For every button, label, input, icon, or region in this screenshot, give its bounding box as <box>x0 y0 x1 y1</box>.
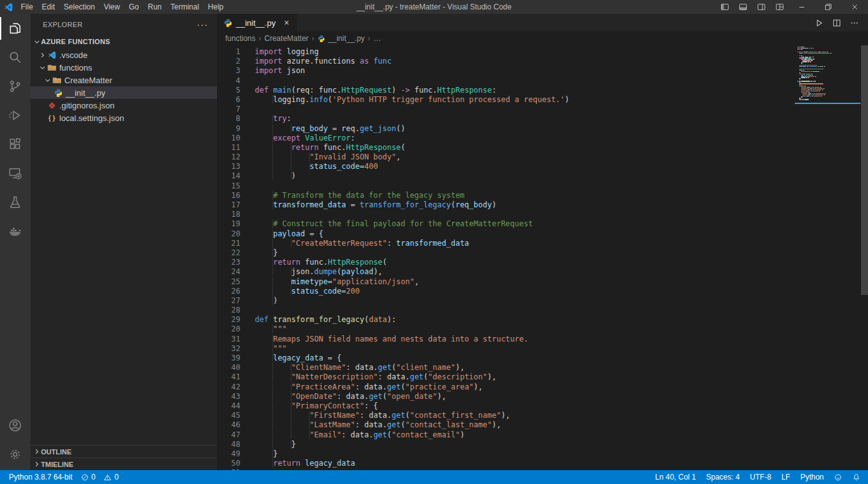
code-line[interactable]: 10 except ValueError: <box>217 134 868 143</box>
code-line[interactable]: 4 <box>217 76 868 86</box>
status-python-version[interactable]: Python 3.8.7 64-bit <box>9 473 73 481</box>
code-line[interactable]: 20 """ <box>217 325 868 334</box>
vertical-scrollbar[interactable] <box>861 45 868 295</box>
code-line[interactable]: 47 "Email": data.get("contact_email") <box>217 430 868 440</box>
code-line[interactable]: 6 logging.info('Python HTTP trigger func… <box>217 95 868 105</box>
breadcrumb-item[interactable]: CreateMatter <box>264 34 308 43</box>
code-line[interactable]: 15 <box>217 182 868 191</box>
code-editor[interactable]: 1import logging2import azure.functions a… <box>217 45 868 470</box>
breadcrumb-item[interactable]: functions <box>225 34 255 43</box>
code-line[interactable]: 20 payload = { <box>217 229 868 239</box>
activity-explorer[interactable] <box>0 14 30 43</box>
code-line[interactable]: 39 legacy_data = { <box>217 354 868 363</box>
section-tmieline[interactable]: TMIELINE <box>30 458 217 470</box>
status-notifications[interactable] <box>852 473 860 481</box>
code-line[interactable]: 40 "ClientName": data.get("client_name")… <box>217 363 868 372</box>
minimap[interactable] <box>797 47 859 104</box>
explorer-actions-button[interactable]: ··· <box>197 19 208 30</box>
code-line[interactable]: 1import logging <box>217 47 868 57</box>
menu-help[interactable]: Help <box>204 0 228 14</box>
tree-item-init-py[interactable]: __init__.py <box>30 86 217 99</box>
split-editor-button[interactable] <box>829 15 844 30</box>
status-eol[interactable]: LF <box>782 473 790 481</box>
breadcrumb-item[interactable]: … <box>373 34 381 43</box>
code-line[interactable]: 29def transform_for_legacy(data): <box>217 315 868 325</box>
code-line[interactable]: 9 req_body = req.get_json() <box>217 124 868 134</box>
vscode-logo-icon[interactable] <box>0 0 16 14</box>
run-button[interactable] <box>811 15 826 30</box>
status-feedback[interactable] <box>834 473 842 481</box>
activity-account[interactable] <box>0 411 30 440</box>
code-line[interactable]: 25 mimetype="application/json", <box>217 277 868 287</box>
code-line[interactable]: 16 # Transform the data for the legacy s… <box>217 191 868 200</box>
code-line[interactable]: 8 try: <box>217 114 868 124</box>
code-line[interactable]: 44 "PrimaryContact": { <box>217 401 868 411</box>
activity-search[interactable] <box>0 43 30 72</box>
layout-custom-icon[interactable] <box>770 0 789 14</box>
code-line[interactable]: 3import json <box>217 66 868 76</box>
layout-sidebar-right-icon[interactable] <box>752 0 770 14</box>
code-line[interactable]: 32 """ <box>217 344 868 354</box>
code-line[interactable]: 18 <box>217 210 868 219</box>
code-line[interactable]: 7 <box>217 105 868 114</box>
code-line[interactable]: 14 ) <box>217 171 868 181</box>
menu-go[interactable]: Go <box>124 0 143 14</box>
code-line[interactable]: 13 status_code=400 <box>217 162 868 171</box>
status-encoding[interactable]: UTF-8 <box>750 473 771 481</box>
more-actions-button[interactable] <box>847 15 862 30</box>
menu-terminal[interactable]: Terminal <box>166 0 203 14</box>
code-line[interactable]: 19 # Construct the final payload for the… <box>217 219 868 229</box>
tab-init-py[interactable]: __init__.py × <box>217 14 297 32</box>
breadcrumb-item[interactable]: __init__.py <box>317 34 365 43</box>
section-azure-functions[interactable]: AZURE FUNCTIONS <box>30 35 217 49</box>
code-line[interactable]: 21 "CreateMatterRequest": transformed_da… <box>217 239 868 248</box>
code-line[interactable]: 23 return func.HttpResponse( <box>217 258 868 267</box>
section-outline[interactable]: OUTLINE <box>30 445 217 458</box>
code-line[interactable]: 51 <box>217 468 868 470</box>
activity-settings[interactable] <box>0 440 30 469</box>
tree-item-functions-folder[interactable]: functions <box>30 61 217 74</box>
code-line[interactable]: 31 Remaps JSON field names and nests dat… <box>217 335 868 344</box>
code-line[interactable]: 45 "FirstName": data.get("contact_first_… <box>217 411 868 420</box>
code-line[interactable]: 11 return func.HttpResponse( <box>217 143 868 153</box>
code-line[interactable]: 28 <box>217 306 868 315</box>
activity-docker[interactable] <box>0 217 30 246</box>
status-problems-errors[interactable]: 0 <box>81 473 96 481</box>
menu-edit[interactable]: Edit <box>37 0 59 14</box>
code-line[interactable]: 43 "OpenDate": data.get("open_date"), <box>217 392 868 401</box>
layout-sidebar-left-icon[interactable] <box>715 0 734 14</box>
tree-item-creatematter-folder[interactable]: CreateMatter <box>30 74 217 86</box>
code-line[interactable]: 49 } <box>217 449 868 459</box>
tree-item-vscode-folder[interactable]: .vscode <box>30 49 217 61</box>
activity-source-control[interactable] <box>0 72 30 101</box>
menu-run[interactable]: Run <box>143 0 166 14</box>
minimize-button[interactable] <box>789 0 815 14</box>
code-line[interactable]: 24 json.dumpe(payload), <box>217 267 868 277</box>
code-line[interactable]: 27 ) <box>217 296 868 306</box>
status-language-mode[interactable]: Python <box>801 473 824 481</box>
code-line[interactable]: 17 transformed_data = transform_for_lega… <box>217 200 868 210</box>
code-line[interactable]: 5def main(req: func.HttpRequest) -> func… <box>217 86 868 95</box>
activity-remote-explorer[interactable] <box>0 159 30 188</box>
menu-selection[interactable]: Selection <box>59 0 99 14</box>
code-line[interactable]: 50 return legacy_data <box>217 459 868 468</box>
code-line[interactable]: 46 "LastMame": data.get("contact_last_na… <box>217 420 868 430</box>
activity-run-debug[interactable] <box>0 101 30 130</box>
close-button[interactable] <box>842 0 868 14</box>
code-line[interactable]: 41 "NatterDescription": data.get("descri… <box>217 372 868 382</box>
activity-extensions[interactable] <box>0 130 30 159</box>
restore-button[interactable] <box>815 0 842 14</box>
status-cursor-position[interactable]: Ln 40, Col 1 <box>655 473 696 481</box>
code-line[interactable]: 12 "Invalid JSON body", <box>217 153 868 162</box>
status-problems-warnings[interactable]: 0 <box>103 473 119 481</box>
tree-item-gitignoros-json[interactable]: .gitignoros.json <box>30 99 217 112</box>
code-line[interactable]: 2import azure.functions as func <box>217 57 868 66</box>
close-tab-icon[interactable]: × <box>282 18 291 28</box>
menu-view[interactable]: View <box>99 0 124 14</box>
layout-panel-icon[interactable] <box>734 0 752 14</box>
activity-testing[interactable] <box>0 188 30 217</box>
code-line[interactable]: 42 "PracticeArea": data.get("practice_ar… <box>217 383 868 392</box>
code-line[interactable]: 26 status_code=200 <box>217 287 868 296</box>
code-line[interactable]: 22 } <box>217 248 868 258</box>
status-indentation[interactable]: Spaces: 4 <box>706 473 739 481</box>
